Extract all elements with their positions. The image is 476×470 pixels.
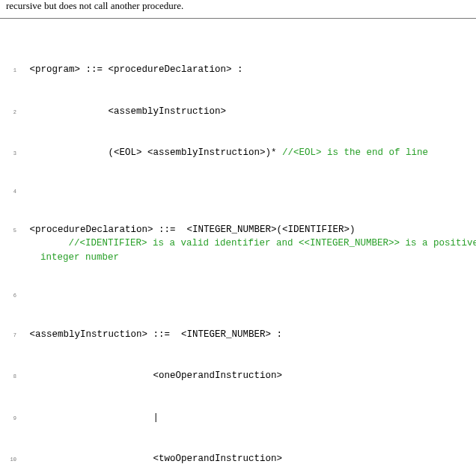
comment: //<IDENTIFIER> is a valid identifier and… [40, 236, 476, 264]
code-line: 8 <oneOperandInstruction> [7, 369, 472, 383]
line-number: 8 [7, 373, 16, 380]
line-number: 5 [7, 227, 16, 234]
line-number: 6 [7, 292, 16, 299]
code-line: 1 <program> ::= <procedureDeclaration> : [7, 63, 472, 77]
caption-fragment: recursive but does not call another proc… [0, 0, 476, 16]
code-line: 6 [7, 292, 472, 299]
code-line: 4 [7, 188, 472, 195]
code-text: <program> ::= <procedureDeclaration> : [24, 63, 243, 77]
line-number: 2 [7, 109, 16, 116]
code-line: 5 <procedureDeclaration> ::= <INTEGER_NU… [7, 223, 472, 265]
grammar-listing: 1 <program> ::= <procedureDeclaration> :… [0, 22, 476, 470]
code-fragment: (<EOL> <assemblyInstruction>)* [24, 147, 282, 158]
code-text: <assemblyInstruction> [24, 105, 226, 119]
code-line: 10 <twoOperandInstruction> [7, 452, 472, 466]
code-text: <twoOperandInstruction> [24, 452, 282, 466]
code-text: <assemblyInstruction> ::= <INTEGER_NUMBE… [24, 328, 282, 342]
code-line: 7 <assemblyInstruction> ::= <INTEGER_NUM… [7, 328, 472, 342]
page: recursive but does not call another proc… [0, 0, 476, 470]
code-text: (<EOL> <assemblyInstruction>)* //<EOL> i… [24, 146, 428, 160]
code-text: <procedureDeclaration> ::= <INTEGER_NUMB… [24, 223, 472, 265]
line-number: 1 [7, 67, 16, 74]
line-number: 10 [7, 456, 16, 463]
line-number: 7 [7, 332, 16, 339]
code-text: | [24, 411, 159, 425]
line-number: 9 [7, 415, 16, 422]
comment: //<EOL> is the end of line [282, 147, 428, 158]
top-rule [0, 18, 476, 19]
code-line: 9 | [7, 411, 472, 425]
code-line: 3 (<EOL> <assemblyInstruction>)* //<EOL>… [7, 146, 472, 160]
line-number: 3 [7, 150, 16, 157]
code-fragment: <procedureDeclaration> ::= <INTEGER_NUMB… [24, 225, 356, 235]
line-number: 4 [7, 188, 16, 195]
code-line: 2 <assemblyInstruction> [7, 105, 472, 119]
code-text: <oneOperandInstruction> [24, 369, 282, 383]
